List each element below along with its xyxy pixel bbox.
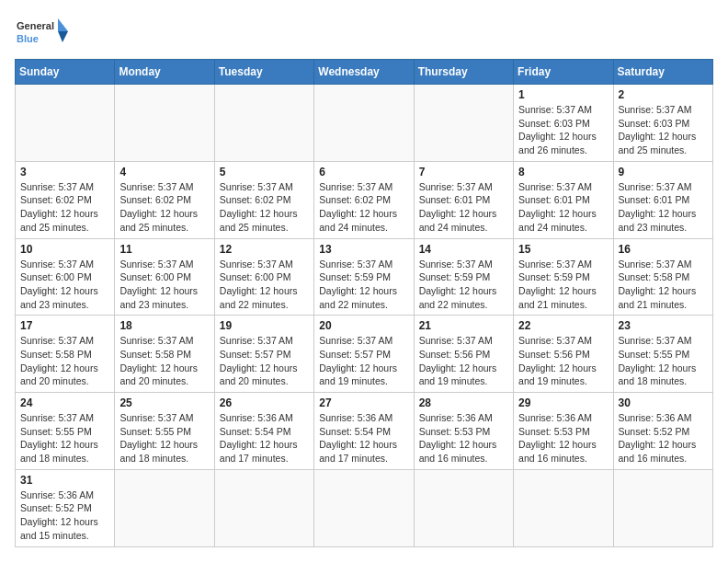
day-info: Sunrise: 5:36 AM Sunset: 5:52 PM Dayligh… xyxy=(619,411,708,465)
svg-marker-2 xyxy=(58,18,68,31)
day-info: Sunrise: 5:37 AM Sunset: 6:03 PM Dayligh… xyxy=(518,103,608,157)
day-number: 8 xyxy=(518,166,608,178)
day-number: 6 xyxy=(319,166,408,178)
day-number: 21 xyxy=(419,319,508,332)
calendar-day-cell: 30Sunrise: 5:36 AM Sunset: 5:52 PM Dayli… xyxy=(613,393,712,470)
day-number: 17 xyxy=(20,319,109,332)
day-info: Sunrise: 5:37 AM Sunset: 6:02 PM Dayligh… xyxy=(119,180,209,235)
weekday-header-saturday: Saturday xyxy=(613,60,712,85)
day-number: 16 xyxy=(619,243,708,256)
day-info: Sunrise: 5:37 AM Sunset: 6:02 PM Dayligh… xyxy=(220,180,309,235)
calendar-day-cell: 21Sunrise: 5:37 AM Sunset: 5:56 PM Dayli… xyxy=(414,316,513,393)
calendar-day-cell xyxy=(514,469,613,546)
calendar-day-cell: 23Sunrise: 5:37 AM Sunset: 5:55 PM Dayli… xyxy=(613,316,712,393)
day-number: 18 xyxy=(119,319,209,332)
calendar-day-cell: 28Sunrise: 5:36 AM Sunset: 5:53 PM Dayli… xyxy=(414,393,513,470)
calendar-day-cell xyxy=(613,469,712,546)
day-info: Sunrise: 5:37 AM Sunset: 6:03 PM Dayligh… xyxy=(619,103,708,157)
day-info: Sunrise: 5:37 AM Sunset: 5:55 PM Dayligh… xyxy=(619,334,708,388)
day-number: 28 xyxy=(419,396,508,409)
day-number: 10 xyxy=(20,243,109,256)
day-number: 23 xyxy=(619,319,708,332)
day-number: 1 xyxy=(518,88,608,101)
calendar-day-cell: 18Sunrise: 5:37 AM Sunset: 5:58 PM Dayli… xyxy=(115,316,214,393)
calendar-day-cell: 8Sunrise: 5:37 AM Sunset: 6:01 PM Daylig… xyxy=(514,161,613,238)
day-info: Sunrise: 5:37 AM Sunset: 6:01 PM Dayligh… xyxy=(518,180,608,235)
day-number: 3 xyxy=(20,166,109,178)
day-number: 5 xyxy=(220,166,309,178)
calendar-day-cell: 2Sunrise: 5:37 AM Sunset: 6:03 PM Daylig… xyxy=(613,85,712,162)
day-number: 9 xyxy=(619,166,708,178)
day-number: 15 xyxy=(518,243,608,256)
weekday-header-thursday: Thursday xyxy=(414,60,513,85)
day-number: 24 xyxy=(20,396,109,409)
calendar-day-cell xyxy=(115,85,214,162)
day-info: Sunrise: 5:37 AM Sunset: 6:02 PM Dayligh… xyxy=(319,180,408,235)
day-info: Sunrise: 5:36 AM Sunset: 5:52 PM Dayligh… xyxy=(20,488,109,543)
day-info: Sunrise: 5:37 AM Sunset: 5:59 PM Dayligh… xyxy=(518,258,608,312)
svg-text:General: General xyxy=(17,20,54,31)
day-info: Sunrise: 5:37 AM Sunset: 6:02 PM Dayligh… xyxy=(20,180,109,235)
calendar-day-cell xyxy=(214,469,313,546)
day-number: 12 xyxy=(220,243,309,256)
day-number: 20 xyxy=(319,319,408,332)
header: General Blue xyxy=(15,15,713,52)
day-number: 14 xyxy=(419,243,508,256)
calendar-day-cell: 31Sunrise: 5:36 AM Sunset: 5:52 PM Dayli… xyxy=(16,469,115,546)
calendar-week-row: 17Sunrise: 5:37 AM Sunset: 5:58 PM Dayli… xyxy=(16,316,713,393)
day-number: 7 xyxy=(419,166,508,178)
day-info: Sunrise: 5:37 AM Sunset: 5:58 PM Dayligh… xyxy=(119,334,209,388)
calendar-day-cell: 11Sunrise: 5:37 AM Sunset: 6:00 PM Dayli… xyxy=(115,238,214,316)
day-info: Sunrise: 5:36 AM Sunset: 5:53 PM Dayligh… xyxy=(518,411,608,465)
day-info: Sunrise: 5:37 AM Sunset: 6:01 PM Dayligh… xyxy=(619,180,708,235)
calendar-day-cell: 25Sunrise: 5:37 AM Sunset: 5:55 PM Dayli… xyxy=(115,393,214,470)
day-number: 30 xyxy=(619,396,708,409)
calendar-week-row: 24Sunrise: 5:37 AM Sunset: 5:55 PM Dayli… xyxy=(16,393,713,470)
weekday-header-wednesday: Wednesday xyxy=(314,60,414,85)
day-info: Sunrise: 5:37 AM Sunset: 6:01 PM Dayligh… xyxy=(419,180,508,235)
svg-text:Blue: Blue xyxy=(17,33,39,44)
day-number: 27 xyxy=(319,396,408,409)
calendar-day-cell: 27Sunrise: 5:36 AM Sunset: 5:54 PM Dayli… xyxy=(314,393,414,470)
svg-marker-3 xyxy=(58,31,68,42)
logo: General Blue xyxy=(15,15,70,52)
calendar-day-cell: 9Sunrise: 5:37 AM Sunset: 6:01 PM Daylig… xyxy=(613,161,712,238)
day-number: 31 xyxy=(20,474,109,487)
calendar-day-cell: 7Sunrise: 5:37 AM Sunset: 6:01 PM Daylig… xyxy=(414,161,513,238)
day-info: Sunrise: 5:37 AM Sunset: 5:56 PM Dayligh… xyxy=(518,334,608,388)
day-number: 4 xyxy=(119,166,209,178)
weekday-header-tuesday: Tuesday xyxy=(214,60,313,85)
day-info: Sunrise: 5:37 AM Sunset: 5:56 PM Dayligh… xyxy=(419,334,508,388)
weekday-header-monday: Monday xyxy=(115,60,214,85)
day-info: Sunrise: 5:37 AM Sunset: 5:55 PM Dayligh… xyxy=(20,411,109,465)
calendar-day-cell: 3Sunrise: 5:37 AM Sunset: 6:02 PM Daylig… xyxy=(16,161,115,238)
calendar-day-cell: 29Sunrise: 5:36 AM Sunset: 5:53 PM Dayli… xyxy=(514,393,613,470)
calendar-day-cell: 1Sunrise: 5:37 AM Sunset: 6:03 PM Daylig… xyxy=(514,85,613,162)
day-info: Sunrise: 5:37 AM Sunset: 5:58 PM Dayligh… xyxy=(20,334,109,388)
calendar-day-cell xyxy=(414,469,513,546)
day-number: 2 xyxy=(619,88,708,101)
day-info: Sunrise: 5:37 AM Sunset: 6:00 PM Dayligh… xyxy=(119,258,209,312)
calendar-week-row: 10Sunrise: 5:37 AM Sunset: 6:00 PM Dayli… xyxy=(16,238,713,316)
day-info: Sunrise: 5:37 AM Sunset: 5:57 PM Dayligh… xyxy=(220,334,309,388)
calendar-day-cell xyxy=(115,469,214,546)
calendar-day-cell: 17Sunrise: 5:37 AM Sunset: 5:58 PM Dayli… xyxy=(16,316,115,393)
calendar-day-cell xyxy=(314,469,414,546)
weekday-header-sunday: Sunday xyxy=(16,60,115,85)
day-number: 29 xyxy=(518,396,608,409)
calendar-table: SundayMondayTuesdayWednesdayThursdayFrid… xyxy=(15,59,713,547)
calendar-day-cell: 14Sunrise: 5:37 AM Sunset: 5:59 PM Dayli… xyxy=(414,238,513,316)
calendar-week-row: 31Sunrise: 5:36 AM Sunset: 5:52 PM Dayli… xyxy=(16,469,713,546)
calendar-day-cell: 16Sunrise: 5:37 AM Sunset: 5:58 PM Dayli… xyxy=(613,238,712,316)
day-info: Sunrise: 5:37 AM Sunset: 6:00 PM Dayligh… xyxy=(220,258,309,312)
day-info: Sunrise: 5:37 AM Sunset: 5:59 PM Dayligh… xyxy=(319,258,408,312)
calendar-day-cell: 22Sunrise: 5:37 AM Sunset: 5:56 PM Dayli… xyxy=(514,316,613,393)
day-number: 13 xyxy=(319,243,408,256)
calendar-day-cell: 19Sunrise: 5:37 AM Sunset: 5:57 PM Dayli… xyxy=(214,316,313,393)
calendar-day-cell: 4Sunrise: 5:37 AM Sunset: 6:02 PM Daylig… xyxy=(115,161,214,238)
weekday-header-friday: Friday xyxy=(514,60,613,85)
day-info: Sunrise: 5:36 AM Sunset: 5:53 PM Dayligh… xyxy=(419,411,508,465)
day-info: Sunrise: 5:37 AM Sunset: 5:59 PM Dayligh… xyxy=(419,258,508,312)
day-info: Sunrise: 5:37 AM Sunset: 5:58 PM Dayligh… xyxy=(619,258,708,312)
day-info: Sunrise: 5:37 AM Sunset: 6:00 PM Dayligh… xyxy=(20,258,109,312)
